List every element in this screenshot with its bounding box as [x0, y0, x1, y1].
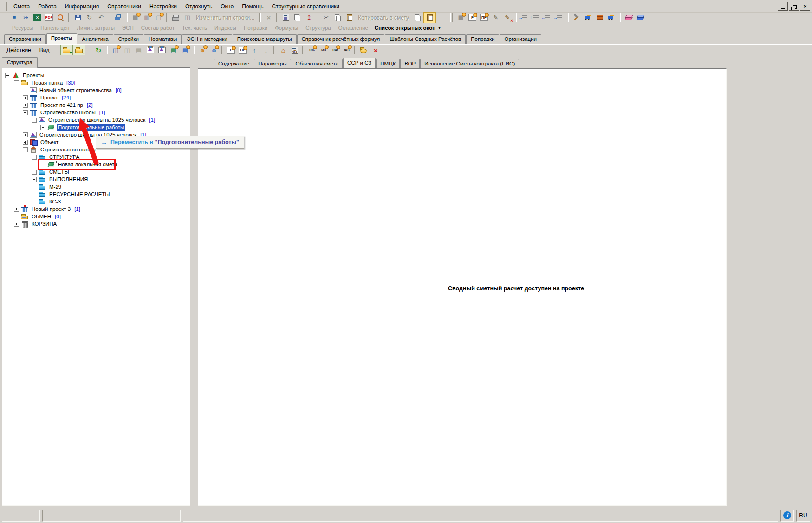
formula-f3-icon[interactable]: Ф3 [341, 45, 352, 55]
transport-icon[interactable] [605, 13, 617, 23]
tree-item[interactable]: Проекты [4, 72, 190, 79]
expand-icon[interactable] [23, 132, 28, 137]
menu-окно[interactable]: Окно [216, 2, 238, 11]
new-estimate-green-icon[interactable]: ▤ [168, 45, 179, 55]
tree-item[interactable]: СТРУКТУРА [4, 153, 190, 161]
paste-icon[interactable] [344, 13, 355, 23]
document-disabled-icon[interactable]: ▤ [133, 45, 144, 55]
toolbar-grip[interactable] [4, 13, 6, 22]
pdf-export-icon[interactable]: PDF [43, 13, 55, 23]
workspace-tab-аналитика[interactable]: Аналитика [78, 34, 113, 44]
building-frame-icon[interactable]: ◫ [182, 13, 193, 23]
menu-информация[interactable]: Информация [61, 2, 103, 11]
menu-вид[interactable]: Вид [35, 46, 54, 55]
indent-end-icon[interactable] [553, 13, 565, 23]
panel-button-формулы[interactable]: Формулы [271, 24, 302, 32]
tree-item[interactable]: Новый объект строительства[0] [4, 86, 190, 94]
menu-работа[interactable]: Работа [34, 2, 61, 11]
workspace-tab-эсн-и-методики[interactable]: ЭСН и методики [182, 34, 232, 44]
tree-item[interactable]: СМЕТЫ [4, 168, 190, 176]
info-icon[interactable]: i [783, 511, 791, 519]
works-icon[interactable] [571, 13, 582, 23]
project-tree-icon[interactable]: ≡ [8, 13, 20, 23]
workspace-tab-шаблоны-сводных-расчётов[interactable]: Шаблоны Сводных Расчётов [385, 34, 466, 44]
tree-item[interactable]: КОРЗИНА [4, 220, 190, 228]
box-pr-icon[interactable]: ПР [237, 45, 248, 55]
expand-icon[interactable] [14, 222, 19, 227]
row-settings-icon[interactable]: ▤ [130, 13, 141, 23]
menu-структурные-справочники[interactable]: Структурные справочники [267, 2, 344, 11]
formula-i3-icon[interactable]: И3 [318, 45, 329, 55]
refresh-icon[interactable]: ↻ [84, 13, 95, 23]
close-button[interactable]: × [800, 2, 810, 11]
expand-icon[interactable] [23, 103, 28, 108]
workspace-tab-проекты[interactable]: Проекты [46, 33, 77, 44]
tree-item[interactable]: ОБМЕН[0] [4, 213, 190, 220]
toolbar-grip[interactable] [450, 13, 453, 22]
collapse-icon[interactable] [5, 73, 10, 78]
panel-button-лимит-затраты[interactable]: Лимит. затраты [73, 24, 118, 32]
indent-up-icon[interactable] [530, 13, 542, 23]
expand-icon[interactable] [32, 177, 37, 182]
restore-button[interactable] [789, 2, 799, 11]
workspace-tab-стройки[interactable]: Стройки [114, 34, 143, 44]
new-object-image2-icon[interactable] [156, 45, 168, 55]
workspace-tab-организации[interactable]: Организации [500, 34, 541, 44]
tab-structure[interactable]: Структура [2, 57, 38, 68]
document-tab-параметры[interactable]: Параметры [254, 59, 291, 68]
search-icon[interactable] [55, 13, 66, 23]
tree-item[interactable]: Проект[24] [4, 94, 190, 101]
tree-item[interactable]: КС-3 [4, 198, 190, 205]
customer-icon[interactable]: ☻ [208, 45, 220, 55]
document-tab-исполнение-сметы-контракта-еис-[interactable]: Исполнение Сметы контракта (ЕИС) [420, 59, 519, 68]
panel-button-панель-цен[interactable]: Панель цен [37, 24, 73, 32]
formula-0p-icon[interactable]: 0% [306, 45, 318, 55]
collapse-icon[interactable] [32, 118, 37, 123]
machines-icon[interactable] [582, 13, 594, 23]
expand-folder-icon[interactable]: + [60, 45, 73, 56]
formula-0f-icon[interactable]: 0Ф [329, 45, 341, 55]
close-window-icon[interactable]: × [370, 45, 381, 55]
tree-item[interactable]: Строительство школы на 1025 человек[1] [4, 116, 190, 124]
language-indicator[interactable]: RU [796, 510, 810, 522]
tree-item[interactable]: ВЫПОЛНЕНИЯ [4, 176, 190, 183]
new-building-icon[interactable]: ◫ [110, 45, 121, 55]
menu-помощь[interactable]: Помощь [238, 2, 267, 11]
new-object-image-icon[interactable] [144, 45, 156, 55]
move-up-icon[interactable]: ↑ [248, 45, 260, 55]
tree-item[interactable]: Проект по 421 пр[2] [4, 101, 190, 109]
indent-left-icon[interactable] [542, 13, 553, 23]
move-to-tree-icon[interactable]: ↣ [20, 13, 32, 23]
copy-doc-icon[interactable] [292, 13, 303, 23]
collapse-icon[interactable] [23, 110, 28, 115]
folder-settings-icon[interactable] [358, 45, 370, 55]
workspace-tab-поисковые-маршруты[interactable]: Поисковые маршруты [233, 34, 297, 44]
workspace-tab-справочник-расчётных-формул[interactable]: Справочник расчётных формул [297, 34, 385, 44]
price-book-icon[interactable] [623, 13, 634, 23]
toolbar-grip[interactable] [56, 46, 58, 54]
building-disabled-icon[interactable]: ◫ [121, 45, 133, 55]
workspace-tab-поправки[interactable]: Поправки [466, 34, 499, 44]
tree-item[interactable]: Подготовительные работы [4, 124, 190, 131]
menu-отдохнуть[interactable]: Отдохнуть [181, 2, 216, 11]
menu-справочники[interactable]: Справочники [103, 2, 145, 11]
price-pr-icon[interactable]: ПР [478, 13, 490, 23]
new-estimate-blue-icon[interactable]: ▤ [179, 45, 191, 55]
tree-item[interactable]: Новая локальная смета [4, 161, 190, 168]
materials-icon[interactable] [594, 13, 605, 23]
export-up-icon[interactable]: ↥ [303, 13, 315, 23]
format-brush-icon[interactable]: ✎ [490, 13, 501, 23]
panel-button-тех-часть[interactable]: Тех. часть [178, 24, 211, 32]
toolbar-grip[interactable] [88, 46, 90, 54]
panel-button-структура[interactable]: Структура [302, 24, 335, 32]
tree-item[interactable]: Новая папка[30] [4, 79, 190, 86]
expand-icon[interactable] [14, 207, 19, 212]
panel-button-поправки[interactable]: Поправки [240, 24, 271, 32]
tree-item[interactable]: Новый проект 3[1] [4, 205, 190, 213]
comment-settings-icon[interactable]: ▢ [153, 13, 164, 23]
save-icon[interactable] [72, 13, 84, 23]
norms-books-icon[interactable] [634, 13, 646, 23]
workspace-tab-справочники[interactable]: Справочники [4, 34, 46, 44]
expand-icon[interactable] [32, 170, 37, 175]
tree-item[interactable]: М-29 [4, 183, 190, 190]
